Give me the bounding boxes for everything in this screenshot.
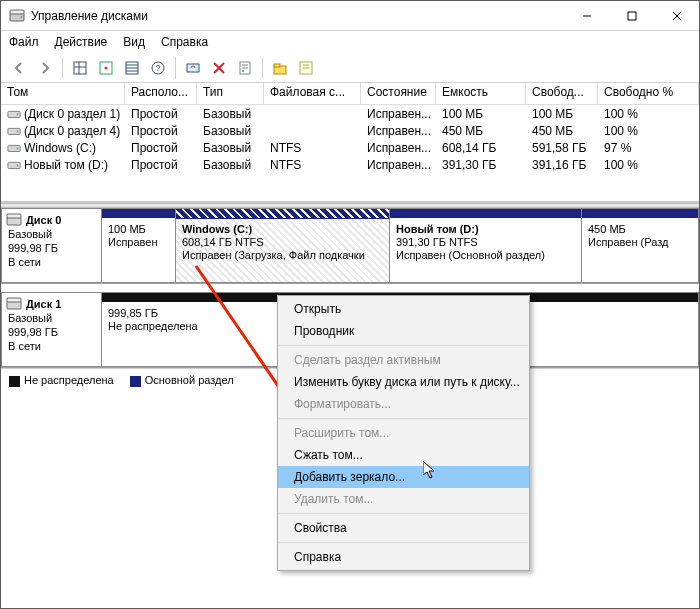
disk-row: Диск 0Базовый999,98 ГБВ сети100 МБИсправ… [1, 208, 699, 284]
ctx-help[interactable]: Справка [278, 546, 529, 568]
partition[interactable]: Windows (C:)608,14 ГБ NTFSИсправен (Загр… [176, 209, 390, 282]
ctx-extend: Расширить том... [278, 422, 529, 444]
svg-rect-41 [7, 298, 21, 302]
partition[interactable]: 450 МБИсправен (Разд [582, 209, 698, 282]
maximize-button[interactable] [609, 1, 654, 30]
ctx-active: Сделать раздел активным [278, 349, 529, 371]
svg-rect-26 [274, 64, 280, 67]
col-st[interactable]: Состояние [361, 83, 436, 104]
table-row[interactable]: (Диск 0 раздел 4)ПростойБазовыйИсправен.… [1, 122, 699, 139]
partition[interactable]: 100 МБИсправен [102, 209, 176, 282]
col-tom[interactable]: Том [1, 83, 125, 104]
toolbar-view1[interactable] [68, 56, 92, 80]
table-row[interactable]: (Диск 0 раздел 1)ПростойБазовыйИсправен.… [1, 105, 699, 122]
legend-unallocated: Не распределена [9, 374, 114, 387]
toolbar-extra1[interactable] [268, 56, 292, 80]
legend-primary: Основной раздел [130, 374, 234, 387]
ctx-letter[interactable]: Изменить букву диска или путь к диску... [278, 371, 529, 393]
diskmgmt-window: Управление дисками Файл Действие Вид Спр… [0, 0, 700, 609]
partition[interactable]: Новый том (D:)391,30 ГБ NTFSИсправен (Ос… [390, 209, 582, 282]
menubar: Файл Действие Вид Справка [1, 31, 699, 53]
col-fr[interactable]: Свобод... [526, 83, 598, 104]
svg-point-11 [105, 66, 108, 69]
delete-button[interactable] [207, 56, 231, 80]
vol-name: (Диск 0 раздел 1) [24, 107, 120, 121]
svg-point-31 [17, 114, 19, 116]
table-row[interactable]: Windows (C:)ПростойБазовыйNTFSИсправен..… [1, 139, 699, 156]
ctx-open[interactable]: Открыть [278, 298, 529, 320]
volume-list[interactable]: Том Располо... Тип Файловая с... Состоян… [1, 83, 699, 203]
svg-rect-1 [10, 10, 24, 14]
window-title: Управление дисками [31, 9, 148, 23]
menu-view[interactable]: Вид [123, 35, 145, 49]
table-row[interactable]: Новый том (D:)ПростойБазовыйNTFSИсправен… [1, 156, 699, 173]
titlebar: Управление дисками [1, 1, 699, 31]
menu-action[interactable]: Действие [55, 35, 108, 49]
ctx-props[interactable]: Свойства [278, 517, 529, 539]
svg-rect-4 [628, 12, 636, 20]
toolbar: ? [1, 53, 699, 83]
svg-text:?: ? [155, 63, 160, 73]
volume-list-header[interactable]: Том Располо... Тип Файловая с... Состоян… [1, 83, 699, 105]
svg-point-33 [17, 131, 19, 133]
vol-name: (Диск 0 раздел 4) [24, 124, 120, 138]
diskmgmt-icon [9, 8, 25, 24]
ctx-delete: Удалить том... [278, 488, 529, 510]
disk-header[interactable]: Диск 1Базовый999,98 ГБВ сети [1, 292, 101, 367]
menu-file[interactable]: Файл [9, 35, 39, 49]
vol-name: Новый том (D:) [24, 158, 108, 172]
help-button[interactable]: ? [146, 56, 170, 80]
ctx-explorer[interactable]: Проводник [278, 320, 529, 342]
toolbar-view2[interactable] [94, 56, 118, 80]
disk-icon [6, 213, 22, 230]
svg-point-2 [21, 16, 23, 18]
svg-point-37 [17, 165, 19, 167]
context-menu: Открыть Проводник Сделать раздел активны… [277, 295, 530, 571]
close-button[interactable] [654, 1, 699, 30]
refresh-button[interactable] [181, 56, 205, 80]
col-cap[interactable]: Емкость [436, 83, 526, 104]
forward-button[interactable] [33, 56, 57, 80]
svg-rect-18 [187, 64, 199, 72]
back-button[interactable] [7, 56, 31, 80]
disk-header[interactable]: Диск 0Базовый999,98 ГБВ сети [1, 208, 101, 283]
minimize-button[interactable] [564, 1, 609, 30]
vol-name: Windows (C:) [24, 141, 96, 155]
svg-rect-39 [7, 214, 21, 218]
svg-rect-7 [74, 62, 86, 74]
ctx-format: Форматировать... [278, 393, 529, 415]
toolbar-view3[interactable] [120, 56, 144, 80]
ctx-mirror[interactable]: Добавить зеркало... [278, 466, 529, 488]
toolbar-extra2[interactable] [294, 56, 318, 80]
svg-point-35 [17, 148, 19, 150]
col-fs[interactable]: Файловая с... [264, 83, 361, 104]
svg-point-24 [242, 70, 244, 72]
properties-button[interactable] [233, 56, 257, 80]
menu-help[interactable]: Справка [161, 35, 208, 49]
cursor-icon [423, 461, 439, 481]
col-typ[interactable]: Тип [197, 83, 264, 104]
ctx-shrink[interactable]: Сжать том... [278, 444, 529, 466]
col-frp[interactable]: Свободно % [598, 83, 699, 104]
disk-icon [6, 297, 22, 314]
col-loc[interactable]: Располо... [125, 83, 197, 104]
